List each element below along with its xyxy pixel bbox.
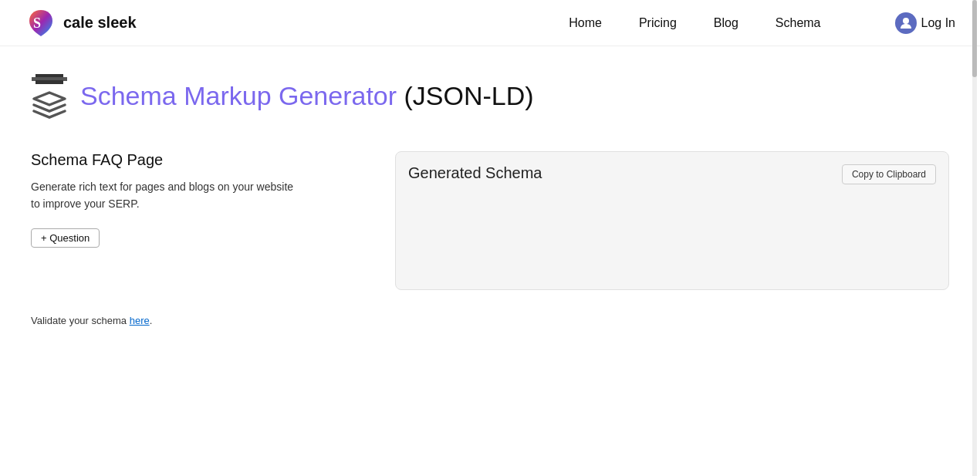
content-area: Schema FAQ Page Generate rich text for p… [31,151,949,290]
navbar: S cale sleek Home Pricing Blog Schema Lo… [0,0,980,46]
nav-home[interactable]: Home [569,16,602,30]
layers-icon [31,71,68,120]
validate-row: Validate your schema here. [31,315,949,326]
scrollbar[interactable] [972,0,977,476]
copy-to-clipboard-button[interactable]: Copy to Clipboard [842,164,936,184]
validate-here-link[interactable]: here [130,315,150,326]
add-question-button[interactable]: + Question [31,228,100,248]
main-container: Schema Markup Generator (JSON-LD) Schema… [0,46,980,326]
schema-description: Generate rich text for pages and blogs o… [31,178,370,213]
title-highlight: Schema Markup Generator [80,81,397,110]
logo-icon: S [25,7,57,39]
left-panel: Schema FAQ Page Generate rich text for p… [31,151,370,248]
page-header: Schema Markup Generator (JSON-LD) [31,71,949,120]
nav-blog[interactable]: Blog [714,16,738,30]
validate-text: Validate your schema [31,315,130,326]
svg-text:S: S [33,15,41,31]
login-label: Log In [921,16,955,30]
logo-link[interactable]: S cale sleek [25,7,137,39]
logo-text: cale sleek [63,14,137,32]
avatar-icon [895,12,917,34]
nav-pricing[interactable]: Pricing [639,16,677,30]
validate-period: . [150,315,153,326]
layers-svg-icon [31,89,68,120]
title-paren: (JSON-LD) [404,81,534,110]
scroll-thumb[interactable] [972,0,977,77]
svg-point-1 [903,18,909,24]
nav-schema[interactable]: Schema [776,16,821,30]
schema-faq-title: Schema FAQ Page [31,151,370,169]
nav-links: Home Pricing Blog Schema Log In [569,12,955,34]
page-title: Schema Markup Generator (JSON-LD) [80,81,534,111]
generated-schema-panel: Copy to Clipboard Generated Schema [395,151,949,290]
login-link[interactable]: Log In [895,12,955,34]
